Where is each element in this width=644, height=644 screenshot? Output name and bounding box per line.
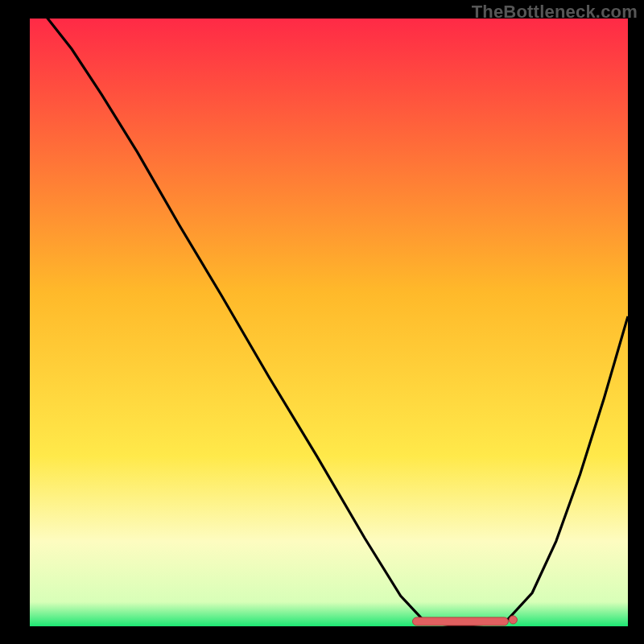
optimal-range-marker (413, 617, 509, 625)
watermark-text: TheBottleneck.com (472, 2, 638, 23)
optimal-end-dot (509, 616, 517, 624)
bottleneck-chart (0, 0, 644, 644)
gradient-background (30, 19, 628, 626)
chart-frame: TheBottleneck.com (0, 0, 644, 644)
